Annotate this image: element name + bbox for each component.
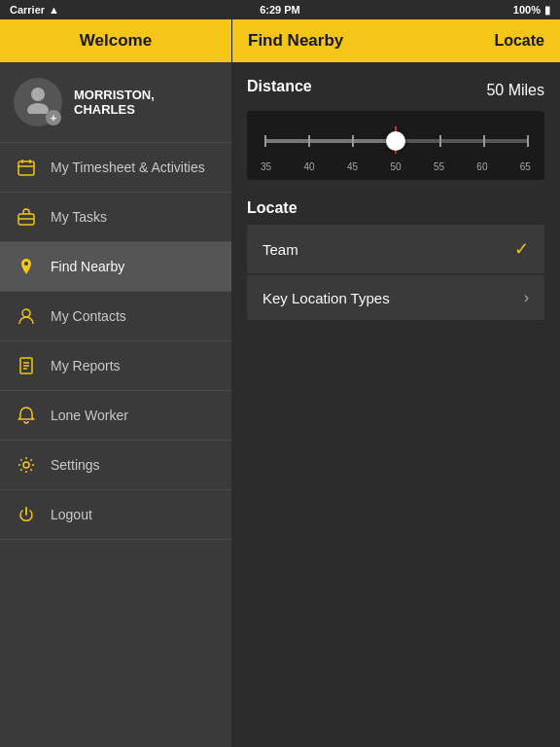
battery-text: 100% — [513, 4, 541, 16]
battery-icon: ▮ — [544, 4, 550, 17]
location-icon — [16, 256, 37, 277]
tick-label-6: 65 — [520, 161, 531, 172]
main-layout: + MORRISTON, CHARLES My Timesheet & Acti… — [0, 62, 560, 747]
sidebar-item-settings-label: Settings — [51, 457, 100, 473]
locate-items: Team ✓ Key Location Types › — [247, 225, 544, 320]
tick-label-2: 45 — [347, 161, 358, 172]
checkmark-icon: ✓ — [514, 238, 529, 260]
locate-item-keylocation[interactable]: Key Location Types › — [247, 275, 544, 320]
svg-point-8 — [24, 262, 28, 266]
sidebar-item-logout-label: Logout — [51, 507, 92, 522]
tick-6 — [527, 135, 529, 147]
content-area: Distance 50 Miles — [231, 62, 560, 747]
svg-point-14 — [23, 462, 29, 468]
power-icon — [16, 504, 37, 525]
tick-1 — [308, 135, 310, 147]
calendar-icon — [16, 157, 37, 178]
tick-label-1: 40 — [303, 161, 314, 172]
nav-list: My Timesheet & Activities My Tasks — [0, 143, 231, 747]
header-locate-button[interactable]: Locate — [494, 32, 544, 50]
sidebar-item-contacts-label: My Contacts — [51, 308, 126, 324]
sidebar-item-reports[interactable]: My Reports — [0, 341, 231, 391]
sidebar-item-timesheet[interactable]: My Timesheet & Activities — [0, 143, 231, 193]
distance-slider-container: 35 40 45 50 55 60 65 — [247, 111, 544, 180]
wifi-icon: ▲ — [49, 4, 59, 16]
distance-value: 50 Miles — [486, 82, 544, 99]
distance-header: Distance 50 Miles — [247, 78, 544, 103]
sidebar-item-logout[interactable]: Logout — [0, 490, 231, 540]
status-right: 100% ▮ — [513, 4, 550, 17]
tick-4 — [439, 135, 441, 147]
slider-thumb[interactable] — [386, 131, 405, 151]
tick-label-4: 55 — [434, 161, 444, 172]
status-time: 6:29 PM — [260, 4, 300, 16]
tick-label-5: 60 — [476, 161, 487, 172]
locate-section: Locate Team ✓ Key Location Types › — [247, 199, 544, 320]
svg-point-0 — [31, 88, 45, 101]
person-icon — [16, 305, 37, 327]
gear-icon — [16, 454, 37, 476]
tick-2 — [352, 135, 354, 147]
header-left: Welcome — [0, 19, 231, 62]
tick-label-3: 50 — [390, 161, 401, 172]
slider-area[interactable] — [264, 126, 527, 156]
sidebar-item-timesheet-label: My Timesheet & Activities — [51, 160, 205, 175]
sidebar-item-loneworker-label: Lone Worker — [51, 408, 128, 423]
locate-label: Locate — [247, 199, 298, 216]
user-profile: + MORRISTON, CHARLES — [0, 62, 231, 143]
document-icon — [16, 355, 37, 376]
sidebar: + MORRISTON, CHARLES My Timesheet & Acti… — [0, 62, 231, 747]
locate-item-team[interactable]: Team ✓ — [247, 225, 544, 273]
locate-item-keylocation-label: Key Location Types — [262, 290, 390, 306]
sidebar-item-tasks-label: My Tasks — [51, 209, 107, 225]
sidebar-item-tasks[interactable]: My Tasks — [0, 193, 231, 242]
svg-rect-2 — [18, 161, 34, 175]
sidebar-item-loneworker[interactable]: Lone Worker — [0, 391, 231, 441]
tick-0 — [264, 135, 266, 147]
svg-point-1 — [27, 103, 49, 114]
carrier-text: Carrier — [10, 4, 45, 16]
sidebar-item-findnearby[interactable]: Find Nearby — [0, 242, 231, 292]
sidebar-item-reports-label: My Reports — [51, 358, 121, 374]
bell-icon — [16, 405, 37, 426]
svg-point-9 — [22, 309, 30, 317]
distance-label: Distance — [247, 78, 312, 95]
briefcase-icon — [16, 206, 37, 228]
header: Welcome Find Nearby Locate — [0, 19, 560, 62]
slider-fill — [264, 139, 396, 143]
sidebar-item-findnearby-label: Find Nearby — [51, 259, 124, 274]
status-bar: Carrier ▲ 6:29 PM 100% ▮ — [0, 0, 560, 19]
sidebar-item-settings[interactable]: Settings — [0, 441, 231, 490]
tick-5 — [483, 135, 485, 147]
status-left: Carrier ▲ — [10, 4, 59, 16]
user-name: MORRISTON, CHARLES — [74, 88, 218, 117]
sidebar-item-contacts[interactable]: My Contacts — [0, 292, 231, 341]
avatar-plus-icon: + — [46, 110, 61, 125]
header-right-title: Find Nearby — [248, 31, 343, 51]
header-right: Find Nearby Locate — [232, 19, 560, 62]
slider-ticks: 35 40 45 50 55 60 65 — [257, 161, 535, 172]
header-left-title: Welcome — [80, 31, 152, 51]
tick-label-0: 35 — [261, 161, 271, 172]
chevron-right-icon: › — [524, 289, 529, 306]
locate-item-team-label: Team — [262, 241, 298, 258]
avatar: + — [14, 78, 62, 126]
